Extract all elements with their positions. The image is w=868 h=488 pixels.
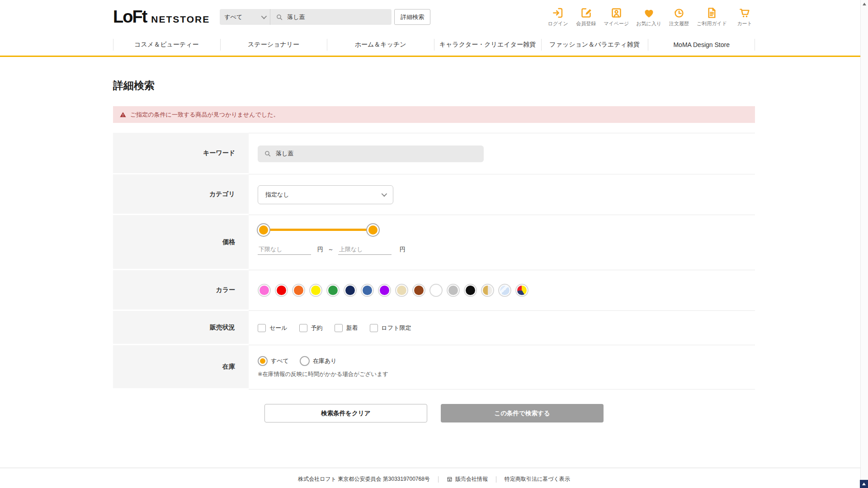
nav-item-character-creator[interactable]: キャラクター・クリエイター雑貨	[434, 34, 541, 56]
stock-row: 在庫 すべて 在庫あり ※在庫情報の反映に時間がかかる場合がございます	[113, 345, 755, 389]
login-icon	[552, 7, 564, 19]
category-label: カテゴリ	[113, 174, 249, 215]
vertical-scrollbar[interactable]	[860, 0, 868, 488]
no-results-alert: ご指定の条件に一致する商品が見つかりませんでした。	[113, 106, 755, 123]
checkbox-label: セール	[269, 324, 288, 332]
guide-icon	[706, 7, 718, 19]
color-swatch-pink[interactable]	[258, 284, 271, 297]
checkbox-label: 予約	[311, 324, 323, 332]
logo-primary-text: LoFt	[113, 7, 146, 27]
register-label: 会員登録	[576, 20, 596, 27]
price-max-handle[interactable]	[367, 224, 379, 236]
cart-link[interactable]: カート	[734, 7, 755, 27]
checkbox-reservation[interactable]: 予約	[299, 324, 323, 332]
color-swatch-multicolor[interactable]	[515, 284, 528, 297]
nav-item-fashion-variety[interactable]: ファッション＆バラエティ雑貨	[541, 34, 648, 56]
keyword-input[interactable]	[276, 150, 477, 157]
search-with-conditions-button[interactable]: この条件で検索する	[441, 404, 604, 422]
footer-divider	[438, 476, 439, 483]
category-nav: コスメ＆ビューティー ステーショナリー ホーム＆キッチン キャラクター・クリエイ…	[0, 34, 868, 57]
page-title: 詳細検索	[113, 79, 755, 93]
scrollbar-up-arrow-icon[interactable]	[863, 3, 866, 5]
nav-item-cosme-beauty[interactable]: コスメ＆ビューティー	[113, 34, 220, 56]
color-swatch-navy[interactable]	[344, 284, 357, 297]
swatch-fill	[397, 286, 406, 295]
price-min-handle[interactable]	[258, 224, 269, 236]
chevron-down-icon	[382, 191, 387, 197]
color-swatch-white[interactable]	[429, 284, 443, 297]
clear-conditions-button[interactable]: 検索条件をクリア	[264, 404, 427, 422]
footer-commerce-law-label: 特定商取引法に基づく表示	[505, 475, 570, 483]
radio-button-selected	[258, 356, 268, 366]
color-swatch-blue[interactable]	[361, 284, 374, 297]
color-swatch-gray[interactable]	[447, 284, 460, 297]
guide-label: ご利用ガイド	[697, 20, 727, 27]
loft-logo[interactable]: LoFt NETSTORE	[113, 7, 210, 27]
keyword-field	[258, 145, 484, 162]
swatch-fill	[380, 286, 389, 295]
keyword-row: キーワード	[113, 133, 755, 174]
swatch-fill	[483, 286, 492, 295]
nav-item-moma[interactable]: MoMA Design Store	[648, 34, 755, 56]
checkbox-new[interactable]: 新着	[335, 324, 358, 332]
swatch-fill	[259, 286, 269, 295]
guide-link[interactable]: ご利用ガイド	[697, 7, 727, 27]
order-history-icon	[673, 7, 685, 19]
footer-commerce-law-link[interactable]: 特定商取引法に基づく表示	[505, 475, 570, 483]
advanced-search-button[interactable]: 詳細検索	[394, 9, 430, 25]
radio-in-stock[interactable]: 在庫あり	[300, 356, 337, 366]
login-link[interactable]: ログイン	[547, 7, 568, 27]
price-max-unit: 円	[400, 245, 406, 253]
nav-item-stationery[interactable]: ステーショナリー	[220, 34, 327, 56]
nav-item-home-kitchen[interactable]: ホーム＆キッチン	[327, 34, 434, 56]
header-search-field	[270, 14, 392, 21]
color-swatch-gold-silver[interactable]	[481, 284, 494, 297]
search-category-select[interactable]: すべて	[220, 9, 270, 25]
color-swatch-brown[interactable]	[412, 284, 425, 297]
checkbox-loft-limited[interactable]: ロフト限定	[370, 324, 411, 332]
search-form: キーワード カテゴリ 指定なし 価格	[113, 133, 755, 389]
favorites-link[interactable]: お気に入り	[636, 7, 661, 27]
swatch-fill	[277, 286, 286, 295]
color-swatch-green[interactable]	[326, 284, 340, 297]
cart-label: カート	[737, 20, 752, 27]
order-history-link[interactable]: 注文履歴	[669, 7, 689, 27]
stock-note: ※在庫情報の反映に時間がかかる場合がございます	[258, 371, 755, 378]
sales-status-row: 販売状況 セール 予約 新着 ロフト限定	[113, 311, 755, 345]
color-swatch-purple[interactable]	[378, 284, 391, 297]
sales-status-label: 販売状況	[113, 311, 249, 345]
mypage-icon	[610, 7, 623, 19]
mypage-link[interactable]: マイページ	[604, 7, 629, 27]
color-swatch-beige[interactable]	[395, 284, 408, 297]
mypage-label: マイページ	[604, 20, 629, 27]
color-swatch-red[interactable]	[275, 284, 288, 297]
page-top-button[interactable]	[860, 480, 868, 488]
heart-icon	[643, 7, 655, 19]
slider-track	[263, 229, 373, 231]
price-min-input[interactable]	[258, 244, 311, 255]
search-icon	[264, 150, 271, 157]
footer-seller-info-link[interactable]: 販売会社情報	[447, 475, 488, 483]
price-max-input[interactable]	[338, 244, 392, 255]
swatch-fill	[448, 286, 458, 295]
header-search-input[interactable]	[287, 14, 386, 20]
color-swatch-orange[interactable]	[292, 284, 305, 297]
radio-all[interactable]: すべて	[258, 356, 289, 366]
category-select[interactable]: 指定なし	[258, 185, 393, 204]
order-history-label: 注文履歴	[669, 20, 689, 27]
category-select-value: 指定なし	[265, 191, 289, 199]
price-separator: ～	[328, 245, 334, 253]
swatch-fill	[294, 286, 303, 295]
swatch-fill	[414, 286, 424, 295]
swatch-fill	[431, 286, 441, 295]
header-quick-links: ログイン 会員登録 マイページ お気に入り 注文履歴 ご利用ガイド	[547, 7, 755, 27]
site-footer: 株式会社ロフト 東京都公安委員会 第303319700768号 販売会社情報 特…	[0, 468, 868, 488]
color-swatch-clear[interactable]	[498, 284, 511, 297]
register-link[interactable]: 会員登録	[576, 7, 596, 27]
keyword-label: キーワード	[113, 133, 249, 174]
price-inputs: 円 ～ 円	[258, 244, 755, 255]
color-swatch-yellow[interactable]	[309, 284, 322, 297]
color-swatch-black[interactable]	[464, 284, 477, 297]
cart-icon	[739, 7, 751, 19]
checkbox-sale[interactable]: セール	[258, 324, 288, 332]
